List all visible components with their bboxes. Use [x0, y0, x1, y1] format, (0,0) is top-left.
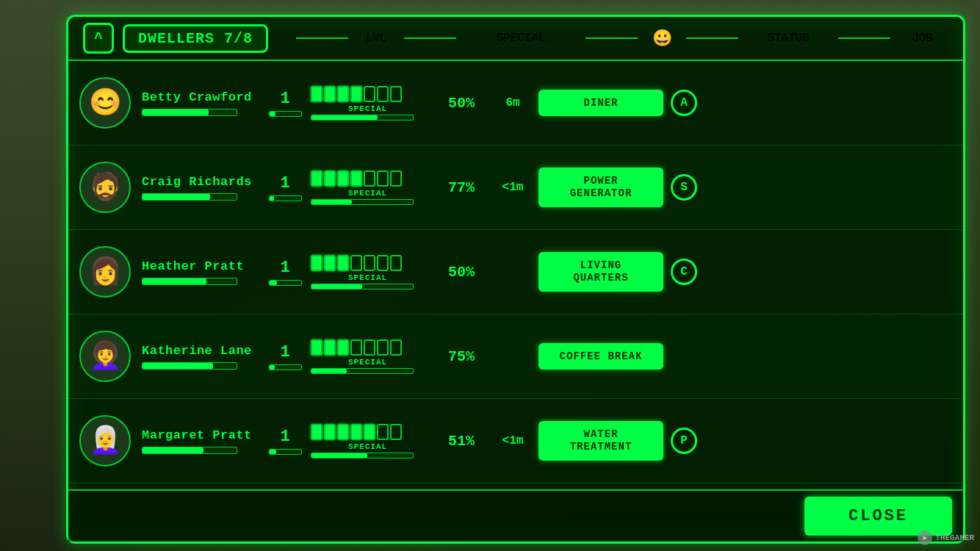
special-pip	[337, 86, 349, 102]
main-panel: ^ DWELLERS 7/8 LVL SPECIAL 😀 STATUS JOB …	[66, 15, 965, 544]
special-pip	[324, 424, 336, 440]
special-pip	[311, 255, 323, 271]
header-divider-5	[838, 37, 890, 39]
col-header-special: SPECIAL	[462, 32, 580, 45]
level-bar	[270, 450, 276, 454]
avatar: 🧔	[79, 162, 131, 213]
level-bar-container	[269, 111, 302, 117]
dweller-name: Betty Crawford	[142, 90, 259, 104]
job-button[interactable]: POWERGENERATOR	[538, 168, 663, 207]
status-time: <1m	[502, 181, 524, 194]
level-bar	[270, 281, 278, 285]
special-pip	[337, 255, 349, 271]
special-pip	[350, 339, 362, 356]
col-header-lvl: LVL	[354, 32, 398, 45]
job-button[interactable]: COFFEE BREAK	[538, 343, 663, 370]
special-col: SPECIAL	[311, 86, 425, 120]
special-label: SPECIAL	[311, 104, 425, 113]
status-col: 6m	[487, 96, 538, 109]
dweller-row[interactable]: 😊 Betty Crawford 1 SPECIAL 50% 6	[68, 61, 963, 145]
special-pip	[311, 170, 323, 187]
special-pip	[377, 424, 389, 440]
avatar: 👩‍🦱	[79, 331, 131, 382]
dweller-row[interactable]: 👩‍🦳 Margaret Pratt 1 SPECIAL 51%	[68, 399, 963, 483]
happiness-col: 50%	[436, 264, 487, 281]
footer: CLOSE	[68, 489, 963, 541]
level-bar	[270, 112, 276, 116]
dweller-name: Heather Pratt	[142, 259, 259, 273]
special-pip	[337, 424, 349, 440]
special-pip	[324, 255, 336, 271]
special-pip	[350, 424, 362, 440]
special-pip	[377, 86, 389, 102]
dweller-name: Craig Richards	[142, 175, 259, 189]
status-time: <1m	[502, 434, 524, 447]
happiness-col: 50%	[436, 95, 487, 112]
hp-bar-container	[142, 109, 237, 116]
level-bar-container	[269, 364, 302, 370]
special-bar-container	[311, 368, 414, 374]
dwellers-count: DWELLERS 7/8	[123, 24, 268, 53]
special-bar-container	[311, 199, 414, 205]
key-badge: P	[671, 428, 697, 454]
dweller-info: Margaret Pratt	[142, 428, 259, 454]
watermark: ▶ THEGAMER	[918, 530, 974, 545]
level-bar	[270, 196, 274, 201]
level-col: 1	[267, 90, 303, 117]
special-col: SPECIAL	[311, 424, 425, 458]
level-col: 1	[267, 428, 303, 455]
happiness-value: 77%	[448, 179, 475, 196]
watermark-icon: ▶	[918, 530, 932, 545]
hp-bar	[143, 363, 213, 369]
key-badge: S	[671, 174, 697, 201]
key-badge: C	[671, 259, 697, 285]
special-pip	[311, 86, 323, 102]
special-pip	[364, 170, 375, 187]
special-pip	[390, 86, 402, 102]
special-pip	[390, 170, 402, 187]
header-divider-3	[586, 37, 638, 39]
level-number: 1	[267, 90, 303, 108]
special-pip	[390, 255, 402, 271]
dweller-row[interactable]: 🧔 Craig Richards 1 SPECIAL 77% <	[68, 145, 963, 230]
dweller-row[interactable]: 👩 Heather Pratt 1 SPECIAL 50%	[68, 230, 963, 314]
special-pip	[364, 339, 375, 356]
dweller-info: Craig Richards	[142, 175, 259, 201]
col-header-job: JOB	[896, 32, 948, 45]
special-pip	[364, 255, 375, 271]
happiness-col: 51%	[436, 433, 487, 450]
job-button[interactable]: WATERTREATMENT	[538, 421, 663, 461]
level-col: 1	[267, 174, 303, 201]
collapse-button[interactable]: ^	[83, 23, 114, 54]
hp-bar-container	[142, 447, 237, 454]
special-pip	[324, 86, 336, 102]
avatar: 👩‍🦳	[79, 415, 131, 467]
level-bar-container	[269, 195, 302, 201]
hp-bar	[143, 278, 206, 284]
special-label: SPECIAL	[311, 358, 425, 367]
level-number: 1	[267, 174, 303, 192]
pips-row	[311, 86, 425, 102]
level-number: 1	[267, 259, 303, 277]
header-divider-4	[686, 37, 738, 39]
dweller-row[interactable]: 👩‍🦱 Katherine Lane 1 SPECIAL 75%	[68, 314, 963, 399]
level-bar	[270, 365, 275, 370]
special-bar-container	[311, 115, 414, 120]
dweller-list: 😊 Betty Crawford 1 SPECIAL 50% 6	[68, 61, 963, 489]
job-button[interactable]: LIVINGQUARTERS	[538, 252, 663, 292]
dweller-info: Heather Pratt	[142, 259, 259, 285]
happiness-value: 50%	[448, 95, 475, 112]
happiness-col: 75%	[436, 348, 487, 365]
special-pip	[311, 339, 323, 356]
col-header-smiley: 😀	[644, 29, 680, 48]
col-header-status: STATUS	[744, 32, 832, 45]
special-pip	[337, 339, 349, 356]
hp-bar	[143, 194, 210, 200]
special-pip	[350, 170, 362, 187]
special-label: SPECIAL	[311, 442, 425, 451]
job-button[interactable]: DINER	[538, 90, 663, 117]
header-divider-1	[296, 37, 348, 39]
special-bar-container	[311, 453, 414, 458]
special-pip	[364, 86, 375, 102]
special-bar-container	[311, 284, 414, 289]
